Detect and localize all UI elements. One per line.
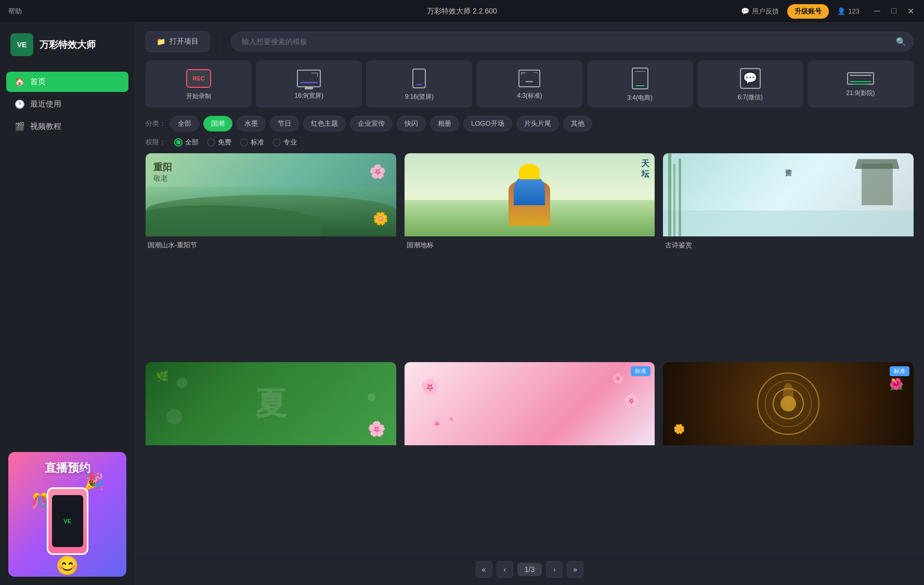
category-row: 分类： 全部 国潮 水墨 节日 红色主题 企业宣传 快闪 相册 LOGO开场 片… — [146, 116, 914, 131]
minimize-button[interactable]: ─ — [872, 6, 882, 16]
format-21-9[interactable]: 21:9(影院) — [808, 60, 914, 108]
format-9-16-label: 9:16(竖屏) — [405, 92, 434, 101]
template-card-5[interactable]: 🌸 🌸 🌸 🌸 🌸 标准 — [405, 362, 655, 553]
cat-red[interactable]: 红色主题 — [303, 116, 346, 131]
maximize-button[interactable]: □ — [889, 6, 899, 16]
cat-enterprise[interactable]: 企业宣传 — [350, 116, 393, 131]
user-info: 👤 123 — [837, 7, 860, 15]
perm-standard[interactable]: 标准 — [240, 138, 264, 147]
search-input[interactable] — [231, 32, 914, 51]
sidebar-item-tutorial[interactable]: 🎬 视频教程 — [6, 116, 128, 137]
page-info: 1/3 — [517, 563, 542, 576]
sidebar-banner[interactable]: 直播预约 🎉 🎊 VE 😊 — [8, 452, 126, 577]
cat-logo[interactable]: LOGO开场 — [463, 116, 512, 131]
perm-free[interactable]: 免费 — [207, 138, 231, 147]
template-card-4[interactable]: 夏 🌸 🌿 — [146, 362, 396, 553]
perm-all[interactable]: 全部 — [174, 138, 199, 147]
sidebar: VE 万彩特效大师 🏠 首页 🕐 最近使用 🎬 视频教程 直播预约 🎉 — [0, 23, 135, 585]
format-9-16[interactable]: 9:16(竖屏) — [366, 60, 472, 108]
rec-icon: REC — [186, 69, 211, 88]
template-card-6[interactable]: 🌺 🌼 标准 — [663, 362, 914, 553]
template-grid: 🌸 重阳 敬老 🌼 国潮山水-重阳节 天 坛 国潮地标 — [135, 153, 924, 553]
template-name-1: 国潮山水-重阳节 — [146, 236, 396, 252]
cat-jieri[interactable]: 节日 — [270, 116, 299, 131]
permission-label: 权限： — [146, 138, 166, 147]
user-icon: 👤 — [837, 7, 845, 15]
feedback-icon: 💬 — [741, 7, 749, 15]
permission-row: 权限： 全部 免费 标准 — [146, 138, 914, 147]
format-21-9-label: 21:9(影院) — [846, 89, 875, 98]
template-card-2[interactable]: 天 坛 国潮地标 — [405, 153, 655, 354]
radio-std-circle — [240, 138, 248, 147]
monitor-icon — [297, 70, 321, 87]
search-icon: 🔍 — [896, 37, 906, 47]
radio-all-circle — [174, 138, 183, 147]
radio-group: 全部 免费 标准 专业 — [174, 138, 297, 147]
format-4-3[interactable]: 4:3(标准) — [476, 60, 582, 108]
format-16-9-label: 16:9(宽屏) — [295, 91, 323, 100]
ve-badge: VE — [58, 512, 77, 530]
pagination: « ‹ 1/3 › » — [135, 553, 924, 585]
template-badge-6: 标准 — [890, 366, 909, 376]
page-last-button[interactable]: » — [567, 561, 583, 578]
folder-icon: 📁 — [157, 37, 165, 46]
radio-free-circle — [207, 138, 215, 147]
phone-screen: VE — [52, 495, 83, 547]
template-card-1[interactable]: 🌸 重阳 敬老 🌼 国潮山水-重阳节 — [146, 153, 396, 354]
cat-shuimo[interactable]: 水墨 — [237, 116, 266, 131]
toolbar: 📁 打开项目 🔍 — [135, 23, 924, 60]
format-rec[interactable]: REC 开始录制 — [146, 60, 252, 108]
cat-album[interactable]: 相册 — [430, 116, 459, 131]
titlebar: 帮助 万彩特效大师 2.2.600 💬 用户反馈 升级账号 👤 123 ─ □ … — [0, 0, 924, 23]
recent-icon: 🕐 — [15, 99, 25, 109]
sidebar-nav: 🏠 首页 🕐 最近使用 🎬 视频教程 — [0, 67, 135, 142]
category-label: 分类： — [146, 119, 166, 128]
format-grid: REC 开始录制 16:9(宽屏) 9:16(竖屏) — [135, 60, 924, 116]
perm-pro[interactable]: 专业 — [272, 138, 297, 147]
phone-v-icon — [412, 69, 426, 88]
feedback-button[interactable]: 💬 用户反馈 — [741, 7, 779, 16]
toolbar-divider — [220, 31, 220, 52]
app-title: 万彩特效大师 2.2.600 — [427, 7, 497, 16]
banner-decoration: 🎉 🎊 VE 😊 — [8, 494, 126, 577]
cat-other[interactable]: 其他 — [563, 116, 592, 131]
page-prev-button[interactable]: ‹ — [497, 561, 513, 578]
template-name-5 — [405, 445, 655, 451]
close-button[interactable]: ✕ — [905, 6, 916, 16]
format-4-3-label: 4:3(标准) — [517, 91, 542, 100]
video-icon: 🎬 — [15, 122, 25, 131]
template-card-3[interactable]: 古诗鉴赏 古诗鉴赏 — [663, 153, 914, 354]
page-next-button[interactable]: › — [546, 561, 563, 578]
home-icon: 🏠 — [15, 77, 25, 87]
template-name-3: 古诗鉴赏 — [663, 236, 914, 252]
cinema-icon — [847, 72, 874, 85]
template-name-2: 国潮地标 — [405, 236, 655, 252]
format-16-9[interactable]: 16:9(宽屏) — [256, 60, 362, 108]
format-3-4[interactable]: 3:4(电商) — [587, 60, 693, 108]
cat-guochao[interactable]: 国潮 — [203, 116, 232, 131]
open-project-button[interactable]: 📁 打开项目 — [146, 31, 210, 52]
upgrade-button[interactable]: 升级账号 — [787, 4, 829, 19]
search-bar: 🔍 — [231, 32, 914, 51]
cat-all[interactable]: 全部 — [170, 116, 199, 131]
logo-badge: VE — [10, 33, 33, 56]
content: 📁 打开项目 🔍 REC 开始录制 16:9(宽屏) — [135, 23, 924, 585]
window-controls: ─ □ ✕ — [872, 6, 916, 16]
shop-icon — [632, 68, 648, 89]
page-first-button[interactable]: « — [476, 561, 492, 578]
phone-mockup: VE — [47, 487, 88, 555]
cat-flash[interactable]: 快闪 — [397, 116, 426, 131]
template-badge-5: 标准 — [631, 366, 650, 376]
titlebar-right: 💬 用户反馈 升级账号 👤 123 ─ □ ✕ — [741, 4, 916, 19]
standard-icon — [518, 70, 540, 87]
radio-all-dot — [176, 140, 180, 144]
help-menu[interactable]: 帮助 — [8, 7, 22, 16]
template-name-6 — [663, 445, 914, 451]
cat-title[interactable]: 片头片尾 — [516, 116, 559, 131]
app-name: 万彩特效大师 — [40, 38, 96, 51]
sidebar-item-recent[interactable]: 🕐 最近使用 — [6, 94, 128, 114]
sidebar-logo: VE 万彩特效大师 — [0, 23, 135, 67]
format-6-7[interactable]: 💬 6:7(微信) — [697, 60, 803, 108]
radio-pro-circle — [272, 138, 281, 147]
sidebar-item-home[interactable]: 🏠 首页 — [6, 72, 128, 92]
